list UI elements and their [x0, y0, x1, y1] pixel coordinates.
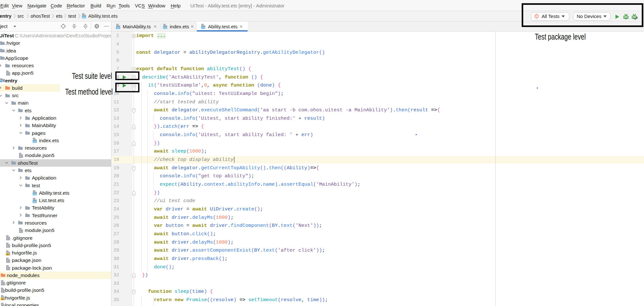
svg-text:ETS: ETS: [33, 201, 36, 203]
svg-text:JS: JS: [1, 298, 3, 300]
svg-text:JS: JS: [6, 253, 8, 255]
svg-text:ETS: ETS: [163, 27, 166, 29]
svg-text:ETS: ETS: [33, 141, 36, 143]
svg-text:ETS: ETS: [33, 193, 36, 195]
svg-text:TS: TS: [116, 27, 119, 29]
svg-text:ETS: ETS: [82, 16, 85, 18]
svg-text:ETS: ETS: [201, 27, 204, 29]
